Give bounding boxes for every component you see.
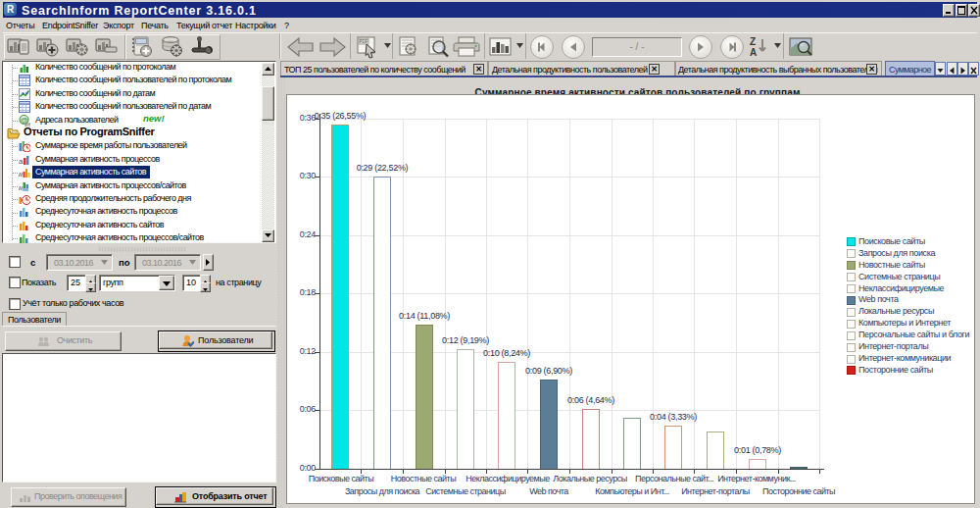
svg-text:Z: Z [750,36,756,47]
svg-text:w: w [19,184,24,191]
svg-text:w: w [19,171,24,178]
svg-text:a: a [19,157,24,166]
svg-text:A: A [750,47,757,58]
svg-text:PDF: PDF [360,39,368,44]
